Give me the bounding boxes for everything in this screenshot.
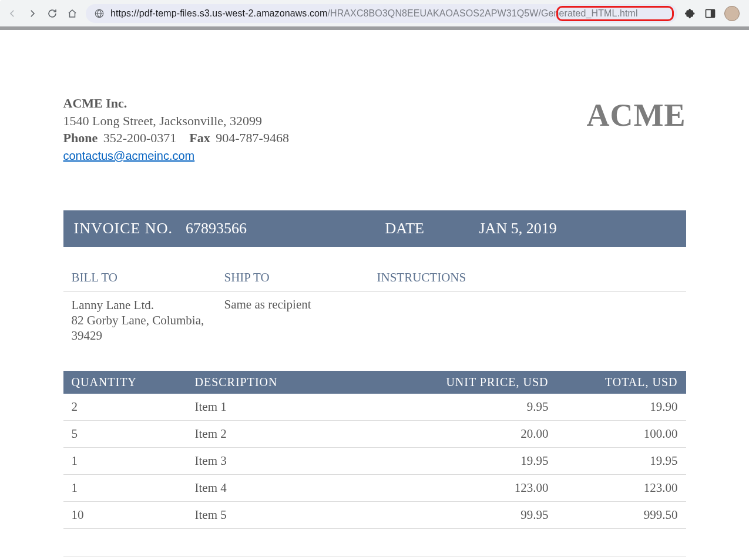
- bill-to-value: Lanny Lane Ltd. 82 Gorby Lane, Columbia,…: [72, 297, 224, 344]
- invoice-date-label: DATE: [375, 210, 469, 247]
- table-row: 1Item 4123.00123.00: [63, 474, 686, 501]
- forward-button[interactable]: [26, 7, 39, 20]
- reload-button[interactable]: [46, 7, 59, 20]
- document-header: ACME Inc. 1540 Long Street, Jacksonville…: [63, 95, 686, 165]
- table-row: 1Item 319.9519.95: [63, 447, 686, 474]
- cell-total: 999.50: [557, 501, 686, 528]
- cell-desc: Item 3: [187, 447, 434, 474]
- table-row: 2Item 19.9519.90: [63, 394, 686, 421]
- ship-to-header: SHIP TO: [224, 270, 377, 285]
- table-row: 5Item 220.00100.00: [63, 420, 686, 447]
- extensions-icon[interactable]: [684, 8, 696, 19]
- home-button[interactable]: [66, 7, 79, 20]
- globe-icon: [94, 8, 105, 19]
- cell-unit: 99.95: [434, 501, 557, 528]
- url-file: Generated_HTML.html: [541, 8, 638, 18]
- fax-value: 904-787-9468: [216, 130, 289, 145]
- info-headers: BILL TO SHIP TO INSTRUCTIONS: [63, 270, 686, 291]
- svg-rect-3: [711, 9, 715, 17]
- company-logo: ACME: [587, 97, 686, 133]
- cell-qty: 10: [63, 501, 187, 528]
- cell-desc: Item 5: [187, 501, 434, 528]
- phone-value: 352-200-0371: [103, 130, 177, 145]
- cell-desc: Item 2: [187, 420, 434, 447]
- invoice-no-value: 67893566: [186, 220, 247, 237]
- invoice-no-label: INVOICE NO.: [74, 220, 173, 237]
- cell-total: 19.95: [557, 447, 686, 474]
- url-text: https://pdf-temp-files.s3.us-west-2.amaz…: [110, 8, 669, 19]
- instructions-value: [377, 297, 678, 344]
- cell-qty: 2: [63, 394, 187, 421]
- invoice-no-cell: INVOICE NO. 67893566: [63, 210, 375, 247]
- cell-qty: 5: [63, 420, 187, 447]
- table-header-row: QUANTITY DESCRIPTION UNIT PRICE, USD TOT…: [63, 371, 686, 394]
- back-button[interactable]: [6, 7, 19, 20]
- col-quantity: QUANTITY: [63, 371, 187, 394]
- company-email-link[interactable]: contactus@acmeinc.com: [63, 149, 195, 162]
- cell-unit: 20.00: [434, 420, 557, 447]
- cell-total: 123.00: [557, 474, 686, 501]
- url-path: /HRAXC8BO3QN8EEUAKAOASOS2APW31Q5W/: [327, 8, 541, 18]
- line-items-table: QUANTITY DESCRIPTION UNIT PRICE, USD TOT…: [63, 371, 686, 529]
- table-row: 10Item 599.95999.50: [63, 501, 686, 528]
- browser-toolbar: https://pdf-temp-files.s3.us-west-2.amaz…: [0, 0, 749, 26]
- url-host: https://pdf-temp-files.s3.us-west-2.amaz…: [110, 8, 327, 18]
- company-info: ACME Inc. 1540 Long Street, Jacksonville…: [63, 95, 289, 165]
- col-unit-price: UNIT PRICE, USD: [434, 371, 557, 394]
- address-bar[interactable]: https://pdf-temp-files.s3.us-west-2.amaz…: [86, 4, 677, 23]
- col-total: TOTAL, USD: [557, 371, 686, 394]
- bill-to-address: 82 Gorby Lane, Columbia, 39429: [72, 313, 224, 344]
- cell-unit: 123.00: [434, 474, 557, 501]
- instructions-header: INSTRUCTIONS: [377, 270, 678, 285]
- bill-to-name: Lanny Lane Ltd.: [72, 297, 224, 313]
- cell-unit: 19.95: [434, 447, 557, 474]
- footer-rule: [63, 556, 686, 556]
- invoice-number-bar: INVOICE NO. 67893566 DATE JAN 5, 2019: [63, 210, 686, 247]
- content-viewport[interactable]: ACME Inc. 1540 Long Street, Jacksonville…: [0, 30, 749, 560]
- col-description: DESCRIPTION: [187, 371, 434, 394]
- invoice-document: ACME Inc. 1540 Long Street, Jacksonville…: [63, 30, 686, 560]
- ship-to-value: Same as recipient: [224, 297, 377, 344]
- company-name: ACME Inc.: [63, 95, 289, 112]
- side-panel-icon[interactable]: [704, 8, 716, 19]
- company-contact-line: Phone 352-200-0371 Fax 904-787-9468: [63, 129, 289, 147]
- fax-label: Fax: [189, 130, 210, 145]
- cell-desc: Item 1: [187, 394, 434, 421]
- toolbar-right: [684, 6, 743, 21]
- cell-desc: Item 4: [187, 474, 434, 501]
- cell-qty: 1: [63, 474, 187, 501]
- company-address: 1540 Long Street, Jacksonville, 32099: [63, 112, 289, 130]
- phone-label: Phone: [63, 130, 98, 145]
- invoice-date-value: JAN 5, 2019: [469, 210, 686, 247]
- profile-avatar[interactable]: [724, 6, 740, 21]
- cell-total: 100.00: [557, 420, 686, 447]
- cell-qty: 1: [63, 447, 187, 474]
- cell-total: 19.90: [557, 394, 686, 421]
- bill-to-header: BILL TO: [72, 270, 224, 285]
- cell-unit: 9.95: [434, 394, 557, 421]
- info-values: Lanny Lane Ltd. 82 Gorby Lane, Columbia,…: [63, 291, 686, 344]
